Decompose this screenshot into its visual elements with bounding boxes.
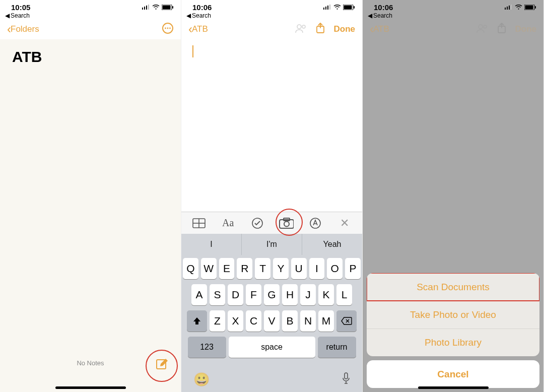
more-icon[interactable] [162,22,174,36]
key-b[interactable]: B [282,310,298,332]
svg-rect-3 [148,5,149,10]
status-bar: 10:06 [363,0,543,12]
note-editor[interactable]: Aa ✕ I I'm Yeah QWERTYUIOP ASDFGHJKL ZXC… [181,39,362,392]
svg-rect-36 [525,5,533,9]
checklist-icon[interactable] [250,216,265,231]
svg-rect-32 [507,7,508,10]
photo-library-button[interactable]: Photo Library [367,329,539,356]
key-u[interactable]: U [291,258,307,279]
status-bar: 10:06 [181,0,362,12]
key-v[interactable]: V [264,310,280,332]
svg-rect-34 [511,5,512,10]
back-label: ATB [192,24,208,34]
svg-rect-30 [345,373,348,379]
svg-rect-12 [323,8,324,10]
share-icon[interactable] [316,23,325,36]
wifi-icon [333,5,341,10]
key-j[interactable]: J [300,284,316,305]
battery-icon [162,5,174,10]
compose-button[interactable] [156,358,169,373]
dictation-icon[interactable] [342,372,350,386]
home-indicator[interactable] [55,386,126,389]
key-m[interactable]: M [318,310,334,332]
key-y[interactable]: Y [273,258,289,279]
format-toolbar: Aa ✕ [181,212,362,234]
search-label: Search [373,12,392,19]
share-icon [497,23,506,36]
svg-point-39 [484,25,487,28]
search-label: Search [192,12,211,19]
key-e[interactable]: E [219,258,235,279]
key-p[interactable]: P [345,258,361,279]
svg-rect-37 [535,6,536,9]
emoji-icon[interactable]: 😀 [193,372,210,387]
signal-icon [505,5,513,10]
key-g[interactable]: G [264,284,280,305]
key-c[interactable]: C [246,310,261,332]
key-w[interactable]: W [201,258,217,279]
note-title: ATB [0,39,181,75]
back-triangle-icon: ◀ [5,12,10,19]
key-f[interactable]: F [246,284,261,305]
space-key[interactable]: space [229,337,315,358]
key-x[interactable]: X [228,310,243,332]
note-body: ATB No Notes [0,39,181,392]
take-photo-button[interactable]: Take Photo or Video [367,301,539,329]
key-n[interactable]: N [300,310,316,332]
svg-point-10 [169,28,171,29]
key-a[interactable]: A [191,284,207,305]
key-k[interactable]: K [318,284,334,305]
key-t[interactable]: T [255,258,270,279]
key-l[interactable]: L [336,284,352,305]
key-o[interactable]: O [327,258,343,279]
key-q[interactable]: Q [183,258,198,279]
numbers-key[interactable]: 123 [188,337,226,358]
shift-key[interactable] [187,310,207,332]
text-format-icon[interactable]: Aa [221,216,236,231]
svg-point-27 [284,221,289,226]
back-button[interactable]: ‹ ATB [188,22,208,36]
svg-rect-14 [327,6,328,10]
signal-icon [323,5,331,10]
back-to-search[interactable]: ◀ Search [181,12,362,20]
scan-documents-button[interactable]: Scan Documents [367,273,539,301]
battery-icon [343,5,355,10]
nav-bar: ‹ ATB Done [363,20,543,38]
key-h[interactable]: H [282,284,298,305]
svg-rect-13 [325,7,326,10]
table-icon[interactable] [191,216,207,231]
suggestion[interactable]: I [181,234,242,255]
markup-icon[interactable] [308,216,323,231]
key-d[interactable]: D [228,284,243,305]
key-i[interactable]: I [309,258,325,279]
back-button: ‹ ATB [370,22,389,36]
suggestion[interactable]: Yeah [302,234,362,255]
key-r[interactable]: R [237,258,252,279]
done-button[interactable]: Done [334,24,356,34]
nav-bar: ‹ ATB Done [181,20,362,38]
back-triangle-icon: ◀ [368,12,372,19]
svg-rect-31 [505,8,506,10]
key-s[interactable]: S [210,284,225,305]
suggestion[interactable]: I'm [242,234,302,255]
svg-rect-6 [172,6,173,9]
wifi-icon [152,5,160,10]
kb-bottom-bar: 😀 [181,367,362,392]
svg-point-8 [165,28,166,29]
return-key[interactable]: return [318,337,356,358]
signal-icon [142,5,150,10]
home-indicator[interactable] [418,386,489,389]
done-button: Done [515,24,537,34]
collaborate-icon[interactable] [295,23,307,35]
cancel-button[interactable]: Cancel [367,360,539,388]
back-button[interactable]: ‹ Folders [7,22,39,36]
close-icon[interactable]: ✕ [337,216,352,231]
key-z[interactable]: Z [210,310,225,332]
battery-icon [524,5,536,10]
back-to-search[interactable]: ◀ Search [363,12,543,20]
back-label: Folders [11,24,39,34]
backspace-key[interactable] [336,310,357,332]
camera-icon[interactable] [279,216,294,231]
back-to-search[interactable]: ◀ Search [0,12,181,20]
suggestion-bar: I I'm Yeah [181,234,362,255]
